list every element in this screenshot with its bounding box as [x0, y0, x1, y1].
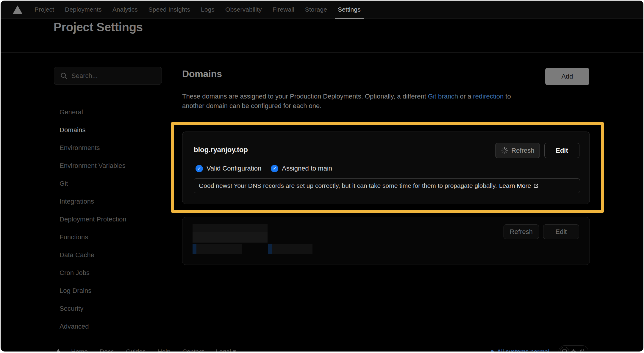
page-title: Project Settings [54, 21, 143, 34]
page-header: Project Settings [1, 19, 643, 53]
footer-link-legal-label: Legal [216, 348, 231, 352]
theme-system-button[interactable] [560, 347, 569, 352]
theme-dark-button[interactable] [578, 347, 587, 352]
footer-link-guides[interactable]: Guides [126, 348, 146, 352]
check-icon: ✓ [271, 165, 278, 172]
theme-light-button[interactable] [569, 347, 578, 352]
spinner-icon [501, 147, 508, 154]
dns-message-text: Good news! Your DNS records are set up c… [199, 182, 497, 189]
domain-status-badges: ✓ Valid Configuration ✓ Assigned to main [196, 165, 332, 172]
top-nav: Project Deployments Analytics Speed Insi… [1, 1, 643, 19]
footer-divider [1, 334, 643, 334]
redacted-domain-card: Refresh Edit [182, 217, 590, 265]
sidebar-item-advanced[interactable]: Advanced [60, 318, 126, 335]
footer-link-home[interactable]: Home [71, 348, 88, 352]
description-text-2: or a [458, 93, 473, 100]
status-badge-label: Assigned to main [282, 165, 332, 172]
settings-sidebar: General Domains Environments Environment… [60, 103, 126, 335]
top-nav-list: Project Deployments Analytics Speed Insi… [29, 1, 366, 19]
domains-heading: Domains [182, 68, 222, 79]
footer-links: Home Docs Guides Help Contact Legal ▾ [71, 348, 236, 352]
check-icon: ✓ [196, 165, 203, 172]
nav-item-deployments[interactable]: Deployments [60, 1, 107, 19]
edit-button[interactable]: Edit [543, 224, 579, 239]
redacted-badge-blur [193, 244, 242, 254]
sidebar-item-deployment-protection[interactable]: Deployment Protection [60, 210, 126, 228]
nav-item-project[interactable]: Project [29, 1, 60, 19]
app-window: Project Deployments Analytics Speed Insi… [1, 1, 643, 352]
footer-link-docs[interactable]: Docs [100, 348, 114, 352]
footer: Home Docs Guides Help Contact Legal ▾ Al… [55, 345, 635, 352]
sidebar-item-cron-jobs[interactable]: Cron Jobs [60, 264, 126, 282]
sidebar-item-environment-variables[interactable]: Environment Variables [60, 157, 126, 175]
redacted-domain-blur [193, 224, 268, 232]
search-input[interactable] [54, 67, 162, 85]
nav-item-storage[interactable]: Storage [300, 1, 332, 19]
redacted-badge-blur [268, 244, 312, 254]
redacted-card-actions: Refresh Edit [504, 224, 579, 239]
edit-button[interactable]: Edit [544, 143, 579, 158]
external-link-icon [533, 183, 539, 189]
sidebar-item-environments[interactable]: Environments [60, 139, 126, 157]
nav-item-firewall[interactable]: Firewall [267, 1, 300, 19]
redirection-link[interactable]: redirection [473, 93, 504, 100]
vercel-logo-icon[interactable] [12, 5, 23, 14]
settings-search [54, 67, 162, 85]
dns-message-box: Good news! Your DNS records are set up c… [194, 178, 580, 193]
footer-link-legal[interactable]: Legal ▾ [216, 348, 236, 352]
add-domain-button[interactable]: Add [545, 68, 589, 85]
domains-description: These domains are assigned to your Produ… [182, 92, 533, 110]
description-text-1: These domains are assigned to your Produ… [182, 93, 428, 100]
redacted-check-icon [268, 244, 272, 254]
git-branch-link[interactable]: Git branch [428, 93, 458, 100]
redacted-check-icon [193, 244, 196, 254]
learn-more-link[interactable]: Learn More [499, 182, 539, 189]
theme-switcher [559, 345, 588, 352]
nav-item-analytics[interactable]: Analytics [107, 1, 143, 19]
moon-icon [579, 349, 585, 352]
footer-link-help[interactable]: Help [157, 348, 170, 352]
system-status-label: All systems normal [497, 348, 549, 352]
domain-card: blog.ryanjoy.top Refresh Edit ✓ [182, 132, 590, 204]
caret-down-icon: ▾ [233, 348, 236, 352]
refresh-button-label: Refresh [511, 147, 534, 154]
sidebar-item-git[interactable]: Git [60, 175, 126, 193]
footer-vercel-logo-icon[interactable] [55, 349, 62, 352]
domain-name: blog.ryanjoy.top [194, 146, 248, 154]
system-status-link[interactable]: All systems normal [491, 345, 549, 352]
nav-item-settings[interactable]: Settings [332, 1, 366, 19]
status-badge-assigned-to-main: ✓ Assigned to main [271, 165, 332, 172]
nav-item-logs[interactable]: Logs [196, 1, 220, 19]
status-badge-valid-configuration: ✓ Valid Configuration [196, 165, 261, 172]
footer-link-contact[interactable]: Contact [182, 348, 204, 352]
domain-card-actions: Refresh Edit [495, 143, 579, 158]
refresh-button[interactable]: Refresh [504, 224, 539, 239]
redacted-domain-blur [193, 232, 268, 243]
learn-more-label: Learn More [499, 182, 531, 189]
status-badge-label: Valid Configuration [207, 165, 261, 172]
sidebar-item-security[interactable]: Security [60, 300, 126, 318]
sidebar-item-log-drains[interactable]: Log Drains [60, 282, 126, 300]
nav-item-speed-insights[interactable]: Speed Insights [143, 1, 196, 19]
sidebar-item-general[interactable]: General [60, 103, 126, 121]
sidebar-item-integrations[interactable]: Integrations [60, 193, 126, 210]
monitor-icon [562, 349, 568, 352]
sidebar-item-functions[interactable]: Functions [60, 228, 126, 246]
refresh-button[interactable]: Refresh [495, 143, 540, 158]
nav-item-observability[interactable]: Observability [220, 1, 267, 19]
status-dot-icon [491, 350, 494, 352]
sidebar-item-data-cache[interactable]: Data Cache [60, 246, 126, 264]
sidebar-item-domains[interactable]: Domains [60, 121, 126, 139]
sun-icon [570, 349, 576, 352]
